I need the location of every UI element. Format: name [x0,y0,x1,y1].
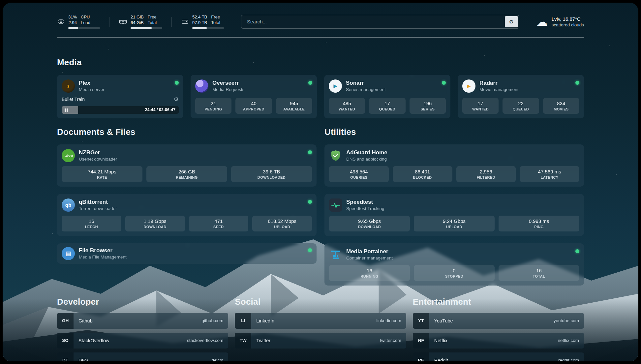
stat-label: BLOCKED [413,175,432,179]
stat-value: 40 [251,101,257,106]
bookmark-stackoverflow[interactable]: SO StackOverflow stackoverflow.com [57,333,228,349]
stat-label: DOWNLOADED [258,175,286,179]
stat-label: DOWNLOAD [144,225,167,229]
service-card-sonarr[interactable]: ▶ Sonarr Series management 485 WANTED 17… [324,75,450,118]
service-desc: Media File Management [79,255,127,259]
service-card-speedtest[interactable]: Speedtest Speedtest Tracking 9.65 Gbps D… [324,194,584,236]
service-name: Radarr [479,80,519,86]
gear-icon[interactable]: ⚙ [174,97,179,102]
section-title-developer: Developer [57,297,228,307]
entertainment-column: Entertainment YT YouTube youtube.com NF … [413,297,584,361]
documents-column: Documents & Files nzbget NZBGet Usenet d… [57,127,317,286]
service-card-filebrowser[interactable]: ▤ File Browser Media File Management [57,243,317,264]
stat-value: 0.993 ms [529,218,549,224]
stat-label: FILTERED [477,175,495,179]
ram-meter [131,27,162,29]
ram-meter-fill [131,27,152,29]
stat-box: 47.569 ms LATENCY [520,166,579,182]
service-card-qbittorrent[interactable]: qb qBittorrent Torrent downloader 16 LEE… [57,194,317,236]
bookmark-dev[interactable]: DT DEV dev.to [57,352,228,361]
bookmark-abbr: GH [57,313,74,329]
bookmark-linkedin[interactable]: LI LinkedIn linkedin.com [235,313,406,329]
stat-label: APPROVED [243,107,264,111]
bookmark-name: Github [78,318,93,323]
stat-value: 9.65 Gbps [358,218,381,224]
pause-icon[interactable] [65,108,68,112]
search-provider-button[interactable]: G [505,16,518,27]
memory-icon [119,17,127,26]
status-dot [575,249,579,253]
status-dot [308,150,312,154]
bookmark-url: github.com [201,318,223,323]
cpu-meter [68,27,100,29]
stat-label: SEED [213,225,224,229]
stat-box: 16 LEECH [62,216,121,231]
stat-box: 17 WANTED [462,98,499,114]
service-desc: Container management [346,256,393,260]
bookmark-youtube[interactable]: YT YouTube youtube.com [413,313,584,329]
stat-box: 16 RUNNING [329,265,410,281]
playback-time: 24:44 / 02:06:47 [145,107,175,112]
bookmark-abbr: RE [413,352,429,361]
playback-progress-bar[interactable]: 24:44 / 02:06:47 [62,106,179,114]
stat-value: 945 [290,101,298,106]
section-title-entertainment: Entertainment [413,297,584,307]
service-card-radarr[interactable]: ▶ Radarr Movie management 17 WANTED 22 Q… [458,75,584,118]
weather-widget: ☁ Lviv, 16.87°C scattered clouds [536,16,584,27]
bookmark-name: LinkedIn [256,318,274,323]
stat-value: 834 [557,101,565,106]
service-card-overseerr[interactable]: Overseerr Media Requests 21 PENDING 40 A… [191,75,317,118]
bookmark-name: Reddit [434,358,448,361]
stat-box: 16 TOTAL [499,265,579,281]
bookmark-netflix[interactable]: NF Netflix netflix.com [413,333,584,349]
disk-total-label: Total [211,20,220,26]
status-dot [308,81,312,85]
cpu-percent: 31% [68,15,77,20]
section-title-social: Social [235,297,406,307]
stat-label: REMAINING [176,175,198,179]
stat-value: 21 [211,101,216,106]
service-card-plex[interactable]: › Plex Media server Bullet Train ⚙ 24:44… [57,75,183,118]
cpu-icon [57,18,65,26]
status-dot [575,81,579,85]
cloud-icon: ☁ [536,16,548,27]
disk-total-value: 97.9 TB [192,20,207,26]
stat-box: 945 AVAILABLE [276,98,312,114]
service-name: AdGuard Home [346,149,387,156]
bookmark-reddit[interactable]: RE Reddit reddit.com [413,352,584,361]
service-name: Plex [79,80,105,86]
stat-value: 16 [89,218,94,224]
service-name: Sonarr [346,80,386,86]
radarr-icon: ▶ [462,79,475,93]
bookmark-name: YouTube [434,318,453,323]
stat-box: 0 STOPPED [414,265,495,281]
stat-box: 485 WANTED [329,98,365,114]
stat-value: 498,564 [350,169,368,174]
bookmark-url: youtube.com [554,318,579,323]
service-desc: Usenet downloader [79,157,117,162]
bookmark-name: StackOverflow [78,338,109,343]
disk-icon [181,18,189,26]
status-dot [308,200,312,204]
stat-label: QUEUED [379,107,395,111]
now-playing-title: Bullet Train [62,97,85,102]
stat-box: 22 QUEUED [503,98,539,114]
service-card-nzbget[interactable]: nzbget NZBGet Usenet downloader 744.21 M… [57,144,317,187]
stat-value: 744.21 Mbps [88,169,116,174]
stat-value: 39.6 TB [263,169,280,174]
service-name: File Browser [79,247,127,254]
service-card-portainer[interactable]: Media Portainer Container management 16 … [324,243,584,286]
bookmark-twitter[interactable]: TW Twitter twitter.com [235,333,406,349]
search-bar: G [241,15,519,29]
service-desc: Media server [79,87,105,92]
stat-box: 17 QUEUED [369,98,405,114]
service-card-adguard[interactable]: AdGuard Home DNS and adblocking 498,564 … [324,144,584,187]
stat-value: 17 [384,101,390,106]
stat-label: STOPPED [445,274,463,278]
section-title-media: Media [57,57,584,68]
bookmark-github[interactable]: GH Github github.com [57,313,228,329]
stat-box: 86,401 BLOCKED [393,166,452,182]
search-input[interactable] [242,19,505,24]
service-desc: Series management [346,87,386,92]
header-separator [171,17,172,27]
